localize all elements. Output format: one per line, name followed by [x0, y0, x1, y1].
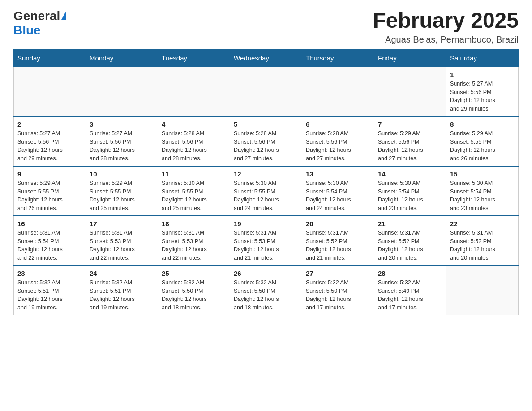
day-info: Sunrise: 5:29 AMSunset: 5:55 PMDaylight:… — [17, 179, 82, 213]
calendar-week-row: 16Sunrise: 5:31 AMSunset: 5:54 PMDayligh… — [14, 216, 519, 265]
day-info: Sunrise: 5:32 AMSunset: 5:50 PMDaylight:… — [306, 278, 370, 312]
day-number: 9 — [17, 170, 82, 178]
day-number: 18 — [162, 220, 226, 227]
calendar-cell — [446, 265, 519, 315]
calendar-cell: 28Sunrise: 5:32 AMSunset: 5:49 PMDayligh… — [374, 265, 446, 315]
calendar-week-row: 2Sunrise: 5:27 AMSunset: 5:56 PMDaylight… — [14, 116, 519, 166]
calendar-cell: 19Sunrise: 5:31 AMSunset: 5:53 PMDayligh… — [230, 216, 302, 265]
day-info: Sunrise: 5:27 AMSunset: 5:56 PMDaylight:… — [450, 80, 515, 113]
calendar-cell: 4Sunrise: 5:28 AMSunset: 5:56 PMDaylight… — [158, 116, 230, 166]
day-number: 7 — [378, 120, 442, 128]
calendar-cell: 22Sunrise: 5:31 AMSunset: 5:52 PMDayligh… — [446, 216, 519, 265]
month-title: February 2025 — [373, 9, 519, 33]
day-number: 28 — [378, 270, 442, 277]
day-number: 19 — [234, 220, 298, 227]
day-info: Sunrise: 5:29 AMSunset: 5:56 PMDaylight:… — [378, 129, 442, 163]
calendar-cell: 8Sunrise: 5:29 AMSunset: 5:55 PMDaylight… — [446, 116, 519, 166]
page-header: General Blue February 2025 Aguas Belas, … — [13, 9, 519, 45]
calendar-cell: 18Sunrise: 5:31 AMSunset: 5:53 PMDayligh… — [158, 216, 230, 265]
day-info: Sunrise: 5:32 AMSunset: 5:49 PMDaylight:… — [378, 278, 442, 312]
day-info: Sunrise: 5:32 AMSunset: 5:50 PMDaylight:… — [234, 278, 298, 312]
day-number: 21 — [378, 220, 442, 227]
day-number: 16 — [17, 220, 82, 227]
day-info: Sunrise: 5:27 AMSunset: 5:56 PMDaylight:… — [17, 129, 82, 163]
day-info: Sunrise: 5:30 AMSunset: 5:55 PMDaylight:… — [162, 179, 226, 213]
day-info: Sunrise: 5:29 AMSunset: 5:55 PMDaylight:… — [90, 179, 154, 213]
calendar-cell: 27Sunrise: 5:32 AMSunset: 5:50 PMDayligh… — [302, 265, 374, 315]
calendar-cell — [14, 67, 86, 116]
day-info: Sunrise: 5:28 AMSunset: 5:56 PMDaylight:… — [234, 129, 298, 163]
calendar-cell: 2Sunrise: 5:27 AMSunset: 5:56 PMDaylight… — [14, 116, 86, 166]
calendar-cell — [158, 67, 230, 116]
weekday-header-tuesday: Tuesday — [158, 49, 230, 67]
day-info: Sunrise: 5:32 AMSunset: 5:51 PMDaylight:… — [90, 278, 154, 312]
day-info: Sunrise: 5:32 AMSunset: 5:51 PMDaylight:… — [17, 278, 82, 312]
calendar-cell: 12Sunrise: 5:30 AMSunset: 5:55 PMDayligh… — [230, 166, 302, 216]
calendar-cell: 11Sunrise: 5:30 AMSunset: 5:55 PMDayligh… — [158, 166, 230, 216]
calendar-cell: 3Sunrise: 5:27 AMSunset: 5:56 PMDaylight… — [86, 116, 158, 166]
logo-general: General — [13, 9, 60, 23]
calendar-cell: 17Sunrise: 5:31 AMSunset: 5:53 PMDayligh… — [86, 216, 158, 265]
day-number: 26 — [234, 270, 298, 277]
calendar-cell: 9Sunrise: 5:29 AMSunset: 5:55 PMDaylight… — [14, 166, 86, 216]
weekday-header-friday: Friday — [374, 49, 446, 67]
day-number: 20 — [306, 220, 370, 227]
day-number: 13 — [306, 170, 370, 178]
day-info: Sunrise: 5:28 AMSunset: 5:56 PMDaylight:… — [162, 129, 226, 163]
calendar-table: SundayMondayTuesdayWednesdayThursdayFrid… — [13, 49, 519, 315]
day-info: Sunrise: 5:31 AMSunset: 5:53 PMDaylight:… — [90, 229, 154, 262]
weekday-header-wednesday: Wednesday — [230, 49, 302, 67]
day-info: Sunrise: 5:27 AMSunset: 5:56 PMDaylight:… — [90, 129, 154, 163]
calendar-cell — [86, 67, 158, 116]
day-info: Sunrise: 5:32 AMSunset: 5:50 PMDaylight:… — [162, 278, 226, 312]
logo-blue: Blue — [13, 23, 41, 37]
day-info: Sunrise: 5:31 AMSunset: 5:54 PMDaylight:… — [17, 229, 82, 262]
day-number: 3 — [90, 120, 154, 128]
day-number: 10 — [90, 170, 154, 178]
calendar-cell — [374, 67, 446, 116]
day-number: 27 — [306, 270, 370, 277]
day-number: 5 — [234, 120, 298, 128]
day-info: Sunrise: 5:30 AMSunset: 5:55 PMDaylight:… — [234, 179, 298, 213]
day-info: Sunrise: 5:31 AMSunset: 5:52 PMDaylight:… — [378, 229, 442, 262]
day-info: Sunrise: 5:31 AMSunset: 5:52 PMDaylight:… — [450, 229, 515, 262]
location-title: Aguas Belas, Pernambuco, Brazil — [373, 34, 519, 45]
day-info: Sunrise: 5:30 AMSunset: 5:54 PMDaylight:… — [306, 179, 370, 213]
day-number: 1 — [450, 71, 515, 78]
calendar-cell: 24Sunrise: 5:32 AMSunset: 5:51 PMDayligh… — [86, 265, 158, 315]
calendar-cell: 1Sunrise: 5:27 AMSunset: 5:56 PMDaylight… — [446, 67, 519, 116]
day-number: 24 — [90, 270, 154, 277]
calendar-cell — [230, 67, 302, 116]
calendar-week-row: 23Sunrise: 5:32 AMSunset: 5:51 PMDayligh… — [14, 265, 519, 315]
calendar-cell: 6Sunrise: 5:28 AMSunset: 5:56 PMDaylight… — [302, 116, 374, 166]
weekday-header-thursday: Thursday — [302, 49, 374, 67]
calendar-cell: 25Sunrise: 5:32 AMSunset: 5:50 PMDayligh… — [158, 265, 230, 315]
weekday-header-sunday: Sunday — [14, 49, 86, 67]
day-info: Sunrise: 5:30 AMSunset: 5:54 PMDaylight:… — [378, 179, 442, 213]
day-number: 12 — [234, 170, 298, 178]
calendar-cell: 14Sunrise: 5:30 AMSunset: 5:54 PMDayligh… — [374, 166, 446, 216]
day-info: Sunrise: 5:31 AMSunset: 5:53 PMDaylight:… — [162, 229, 226, 262]
weekday-header-saturday: Saturday — [446, 49, 519, 67]
day-info: Sunrise: 5:31 AMSunset: 5:53 PMDaylight:… — [234, 229, 298, 262]
day-number: 15 — [450, 170, 515, 178]
calendar-cell: 23Sunrise: 5:32 AMSunset: 5:51 PMDayligh… — [14, 265, 86, 315]
day-info: Sunrise: 5:28 AMSunset: 5:56 PMDaylight:… — [306, 129, 370, 163]
calendar-cell: 5Sunrise: 5:28 AMSunset: 5:56 PMDaylight… — [230, 116, 302, 166]
day-number: 14 — [378, 170, 442, 178]
calendar-cell — [302, 67, 374, 116]
day-info: Sunrise: 5:31 AMSunset: 5:52 PMDaylight:… — [306, 229, 370, 262]
day-number: 11 — [162, 170, 226, 178]
calendar-cell: 10Sunrise: 5:29 AMSunset: 5:55 PMDayligh… — [86, 166, 158, 216]
logo-triangle-icon — [61, 11, 66, 20]
day-number: 2 — [17, 120, 82, 128]
calendar-cell: 21Sunrise: 5:31 AMSunset: 5:52 PMDayligh… — [374, 216, 446, 265]
calendar-cell: 15Sunrise: 5:30 AMSunset: 5:54 PMDayligh… — [446, 166, 519, 216]
day-number: 25 — [162, 270, 226, 277]
day-info: Sunrise: 5:29 AMSunset: 5:55 PMDaylight:… — [450, 129, 515, 163]
weekday-header-row: SundayMondayTuesdayWednesdayThursdayFrid… — [14, 49, 519, 67]
calendar-cell: 13Sunrise: 5:30 AMSunset: 5:54 PMDayligh… — [302, 166, 374, 216]
logo: General Blue — [13, 9, 66, 38]
title-block: February 2025 Aguas Belas, Pernambuco, B… — [373, 9, 519, 45]
day-number: 22 — [450, 220, 515, 227]
